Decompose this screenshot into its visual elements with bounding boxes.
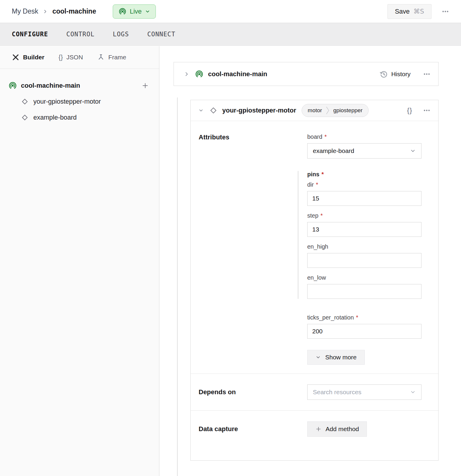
- live-label: Live: [130, 8, 142, 15]
- resource-tree: cool-machine-main your-gpiostepper-motor…: [0, 69, 159, 125]
- tree-item-gpiostepper-motor[interactable]: your-gpiostepper-motor: [0, 94, 159, 110]
- view-tab-builder-label: Builder: [23, 54, 44, 61]
- required-mark: *: [316, 181, 318, 188]
- component-diamond-icon: [21, 113, 29, 122]
- component-type-badge: motor gpiostepper: [302, 104, 369, 117]
- component-card-gpiostepper: your-gpiostepper-motor motor gpiostepper…: [190, 100, 439, 461]
- collapse-chevron-down-icon[interactable]: [198, 108, 204, 113]
- board-select[interactable]: example-board: [307, 143, 421, 159]
- view-tab-json-label: JSON: [66, 54, 83, 61]
- plus-icon: [315, 426, 322, 432]
- board-label: board *: [307, 133, 421, 140]
- viam-part-icon: [8, 81, 17, 90]
- breadcrumb-chevron-icon: [43, 9, 48, 14]
- depends-on-placeholder: Search resources: [313, 389, 362, 396]
- tab-control[interactable]: CONTROL: [66, 31, 95, 38]
- required-mark: *: [324, 133, 327, 140]
- tab-logs[interactable]: LOGS: [113, 31, 129, 38]
- frame-axes-icon: [97, 53, 105, 61]
- depends-on-select[interactable]: Search resources: [307, 384, 421, 400]
- viam-logo-icon: [118, 7, 127, 16]
- add-resource-icon[interactable]: [141, 82, 149, 89]
- depends-on-section: Depends on Search resources: [191, 374, 438, 410]
- tab-configure[interactable]: CONFIGURE: [12, 31, 48, 38]
- data-capture-heading: Data capture: [199, 425, 307, 433]
- save-label: Save: [395, 8, 410, 15]
- attributes-section: Attributes board * example-board pins *: [191, 121, 438, 374]
- en-high-input[interactable]: [307, 253, 421, 268]
- json-braces-icon: {}: [58, 53, 63, 61]
- tree-item-machine-root[interactable]: cool-machine-main: [0, 78, 159, 94]
- step-field: step *: [307, 212, 421, 237]
- view-tab-json[interactable]: {} JSON: [58, 53, 83, 61]
- step-input[interactable]: [307, 222, 421, 237]
- viam-part-icon: [195, 70, 204, 79]
- machine-part-card: cool-machine-main History: [174, 62, 439, 86]
- config-view-tabs: Builder {} JSON Frame: [0, 46, 159, 69]
- en-low-field: en_low: [307, 274, 421, 299]
- live-status-dropdown[interactable]: Live: [113, 4, 156, 19]
- dir-label: dir *: [307, 181, 421, 188]
- required-mark: *: [356, 314, 358, 321]
- config-sidebar: Builder {} JSON Frame cool-machine-main: [0, 46, 159, 476]
- badge-divider-chevron-icon: [326, 106, 329, 115]
- save-shortcut: ⌘S: [413, 8, 424, 15]
- ticks-per-rotation-label: ticks_per_rotation *: [307, 314, 421, 321]
- add-method-button[interactable]: Add method: [307, 421, 367, 437]
- depends-on-fields: Search resources: [307, 384, 421, 400]
- machine-tab-bar: CONFIGURE CONTROL LOGS CONNECT: [0, 23, 461, 46]
- attributes-heading: Attributes: [199, 133, 307, 365]
- show-more-button[interactable]: Show more: [307, 350, 365, 365]
- history-clock-icon: [379, 70, 388, 79]
- breadcrumb-parent-link[interactable]: My Desk: [12, 7, 38, 15]
- show-more-label: Show more: [325, 354, 357, 361]
- en-high-label: en_high: [307, 243, 421, 250]
- attributes-fields: board * example-board pins * dir: [307, 133, 421, 365]
- data-capture-section: Data capture Add method: [191, 410, 438, 460]
- view-tab-builder[interactable]: Builder: [12, 53, 44, 61]
- depends-on-heading: Depends on: [199, 388, 307, 396]
- history-label: History: [391, 71, 411, 78]
- save-button[interactable]: Save ⌘S: [388, 4, 431, 19]
- select-chevron-down-icon: [410, 389, 416, 395]
- add-method-label: Add method: [326, 426, 359, 433]
- tree-item-example-board[interactable]: example-board: [0, 110, 159, 125]
- history-button[interactable]: History: [379, 70, 411, 79]
- component-diamond-icon: [209, 106, 218, 115]
- expand-chevron-right-icon[interactable]: [184, 71, 189, 77]
- component-card-header: your-gpiostepper-motor motor gpiostepper…: [191, 100, 438, 121]
- ticks-per-rotation-input[interactable]: [307, 324, 421, 339]
- edit-json-icon[interactable]: {}: [407, 106, 412, 115]
- badge-type: motor: [308, 107, 322, 114]
- component-card-menu-icon[interactable]: [423, 107, 431, 114]
- pins-label: pins *: [307, 171, 421, 178]
- topbar-overflow-menu-icon[interactable]: [442, 8, 449, 15]
- en-low-label: en_low: [307, 274, 421, 281]
- card-connector-line: [177, 97, 178, 476]
- view-tab-frame[interactable]: Frame: [97, 53, 126, 61]
- en-high-field: en_high: [307, 243, 421, 268]
- board-select-value: example-board: [313, 147, 354, 154]
- machine-card-menu-icon[interactable]: [423, 70, 431, 78]
- required-mark: *: [321, 171, 324, 178]
- live-chevron-down-icon: [145, 9, 150, 14]
- dir-input[interactable]: [307, 191, 421, 206]
- builder-tools-icon: [12, 53, 19, 61]
- data-capture-fields: Add method: [307, 421, 421, 437]
- view-tab-frame-label: Frame: [108, 54, 126, 61]
- tree-item-label: your-gpiostepper-motor: [33, 98, 101, 105]
- tree-item-label: example-board: [33, 114, 77, 121]
- select-chevron-down-icon: [410, 148, 416, 154]
- required-mark: *: [321, 212, 323, 219]
- en-low-input[interactable]: [307, 284, 421, 299]
- machine-part-title: cool-machine-main: [208, 70, 267, 78]
- pins-group: pins * dir * step *: [298, 171, 421, 299]
- breadcrumb-current: cool-machine: [52, 7, 96, 15]
- tree-root-label: cool-machine-main: [21, 82, 80, 89]
- top-bar: My Desk cool-machine Live Save ⌘S: [0, 0, 461, 23]
- component-diamond-icon: [21, 97, 29, 106]
- show-more-chevron-down-icon: [315, 355, 321, 360]
- step-label: step *: [307, 212, 421, 219]
- board-field: board * example-board: [307, 133, 421, 159]
- tab-connect[interactable]: CONNECT: [147, 31, 176, 38]
